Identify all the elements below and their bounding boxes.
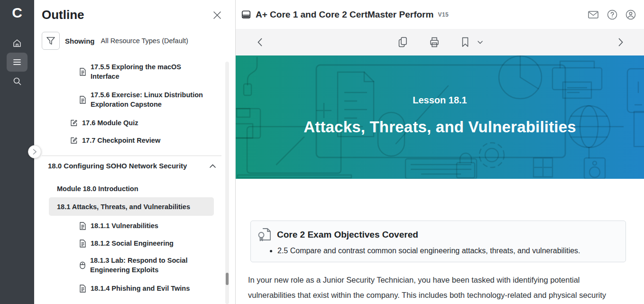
collapse-panel-handle[interactable] (28, 145, 41, 158)
outline-item-label: 18.1.1 Vulnerabilities (91, 221, 206, 230)
document-icon (79, 240, 86, 248)
showing-label: Showing (65, 37, 95, 45)
exam-objectives-header: Core 2 Exam Objectives Covered (258, 227, 617, 242)
document-icon (79, 68, 86, 76)
outline-scrollbar[interactable] (225, 62, 229, 304)
main-area: A+ Core 1 and Core 2 CertMaster Perform … (236, 0, 644, 304)
header-actions (588, 9, 636, 20)
outline-header: Outline (34, 0, 235, 22)
hero-text: Lesson 18.1 Attacks, Threats, and Vulner… (236, 55, 644, 136)
edit-icon (70, 137, 78, 144)
mail-button[interactable] (588, 10, 599, 19)
app-root: C Outline Showing All Resource (0, 0, 644, 304)
course-version: V15 (438, 11, 449, 18)
home-button[interactable] (7, 34, 28, 53)
chevron-right-icon (33, 149, 37, 155)
outline-item[interactable]: 18.1.2 Social Engineering (34, 239, 235, 248)
document-icon (79, 96, 86, 104)
certificate-document-icon (258, 227, 272, 242)
outline-item[interactable]: 18.1.3 Lab: Respond to Social Engineerin… (34, 256, 235, 275)
filter-value[interactable]: All Resource Types (Default) (101, 37, 188, 45)
outline-item-module-intro[interactable]: Module 18.0 Introduction (34, 184, 235, 193)
outline-item[interactable]: 18.1.1 Vulnerabilities (34, 221, 235, 230)
bookmark-button[interactable] (461, 37, 469, 47)
copy-icon (398, 37, 407, 48)
outline-item-label: 18.1 Attacks, Threats, and Vulnerabiliti… (57, 202, 190, 212)
outline-title: Outline (42, 8, 84, 22)
previous-page-button[interactable] (258, 38, 262, 46)
outline-section-label: 18.0 Configuring SOHO Network Security (48, 161, 187, 171)
outline-scrollbar-thumb[interactable] (226, 273, 229, 285)
lesson-content: Core 2 Exam Objectives Covered 2.5 Compa… (236, 179, 644, 304)
course-icon (241, 9, 251, 20)
outline-item[interactable]: 18.1.4 Phishing and Evil Twins (34, 284, 235, 293)
outline-item-label: Module 18.0 Introduction (57, 184, 138, 193)
account-button[interactable] (626, 9, 636, 20)
outline-menu-icon (12, 58, 22, 66)
outline-item-label: 17.6 Module Quiz (82, 118, 138, 128)
filter-row: Showing All Resource Types (Default) (42, 32, 235, 50)
close-outline-button[interactable] (212, 8, 222, 21)
account-icon (626, 9, 636, 20)
chevron-up-icon[interactable] (210, 164, 216, 168)
print-icon (429, 37, 440, 48)
filter-button[interactable] (42, 32, 60, 50)
outline-divider (42, 156, 221, 156)
bookmark-menu-button[interactable] (478, 41, 483, 44)
chevron-right-icon (618, 38, 623, 46)
toolbar-center-group (398, 37, 483, 48)
exam-objectives-list: 2.5 Compare and contrast common social e… (258, 247, 617, 255)
copy-button[interactable] (398, 37, 407, 48)
outline-tree: 17.5.5 Exploring the macOS Interface 17.… (34, 62, 235, 293)
outline-item-label: 17.7 Checkpoint Review (82, 136, 160, 145)
outline-item-label: 17.5.5 Exploring the macOS Interface (91, 62, 206, 81)
rail-nav (7, 34, 28, 91)
lesson-title: Attacks, Threats, and Vulnerabilities (236, 118, 644, 136)
caret-down-icon (478, 41, 483, 44)
search-icon (12, 76, 22, 86)
outline-item[interactable]: 17.7 Checkpoint Review (34, 136, 235, 145)
close-icon (212, 10, 222, 20)
course-title: A+ Core 1 and Core 2 CertMaster Perform (256, 9, 433, 20)
outline-section-header[interactable]: 18.0 Configuring SOHO Network Security (34, 161, 235, 171)
exam-objective-item: 2.5 Compare and contrast common social e… (277, 247, 617, 255)
bookmark-icon (461, 37, 469, 47)
next-page-button[interactable] (618, 38, 623, 46)
brand-logo: C (12, 4, 22, 22)
chevron-left-icon (258, 38, 262, 46)
outline-item[interactable]: 17.5.6 Exercise: Linux Distribution Expl… (34, 90, 235, 109)
outline-item-label: 18.1.4 Phishing and Evil Twins (91, 284, 206, 293)
lesson-paragraph: In your new role as a Junior Security Te… (248, 273, 627, 304)
lesson-toolbar (236, 29, 644, 55)
outline-panel: Outline Showing All Resource Types (Defa… (34, 0, 236, 304)
outline-item[interactable]: 17.5.5 Exploring the macOS Interface (34, 62, 235, 81)
outline-menu-button[interactable] (7, 53, 28, 72)
outline-item-current-lesson[interactable]: 18.1 Attacks, Threats, and Vulnerabiliti… (49, 197, 214, 216)
document-icon (79, 222, 86, 230)
home-icon (12, 38, 22, 48)
mail-icon (588, 10, 599, 19)
print-button[interactable] (429, 37, 440, 48)
outline-item-label: 18.1.3 Lab: Respond to Social Engineerin… (90, 256, 206, 275)
outline-item-label: 18.1.2 Social Engineering (91, 239, 206, 248)
filter-funnel-icon (46, 37, 55, 45)
exam-objectives-title: Core 2 Exam Objectives Covered (277, 230, 418, 240)
edit-icon (70, 119, 78, 127)
help-button[interactable] (607, 9, 617, 20)
document-icon (79, 285, 86, 293)
lab-mouse-icon (79, 261, 86, 269)
search-button[interactable] (7, 72, 28, 91)
course-header: A+ Core 1 and Core 2 CertMaster Perform … (236, 0, 644, 29)
outline-item[interactable]: 17.6 Module Quiz (34, 118, 235, 128)
lesson-hero-banner: Lesson 18.1 Attacks, Threats, and Vulner… (236, 55, 644, 179)
exam-objectives-box: Core 2 Exam Objectives Covered 2.5 Compa… (250, 221, 626, 262)
outline-item-label: 17.5.6 Exercise: Linux Distribution Expl… (91, 90, 206, 109)
bookmark-group (461, 37, 483, 47)
help-icon (607, 9, 617, 20)
lesson-number: Lesson 18.1 (236, 95, 644, 106)
